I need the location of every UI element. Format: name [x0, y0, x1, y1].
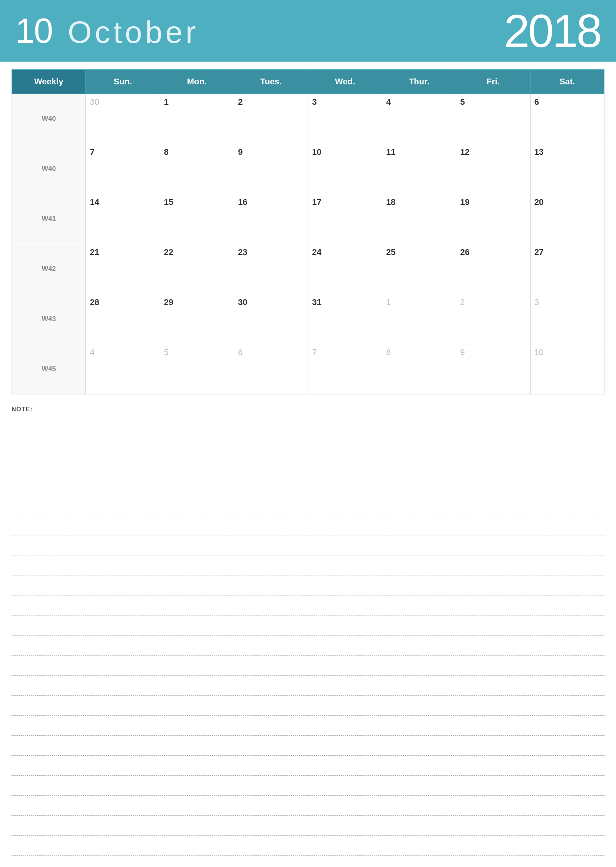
note-section: NOTE:	[0, 398, 616, 860]
calendar-row: W4114151617181920	[12, 194, 604, 244]
note-line[interactable]	[12, 615, 604, 636]
col-mon: Mon.	[160, 70, 234, 94]
day-cell[interactable]: 27	[530, 244, 604, 294]
note-line[interactable]	[12, 736, 604, 756]
note-line[interactable]	[12, 796, 604, 816]
header-left: 10 October	[15, 13, 199, 48]
weekly-label: W40	[12, 94, 86, 144]
day-cell[interactable]: 2	[456, 294, 530, 344]
weekly-label: W43	[12, 294, 86, 344]
day-cell[interactable]: 5	[160, 344, 234, 394]
note-line[interactable]	[12, 836, 604, 856]
day-cell[interactable]: 1	[382, 294, 456, 344]
day-cell[interactable]: 3	[530, 294, 604, 344]
calendar-header: 10 October 2018	[0, 0, 616, 62]
day-cell[interactable]: 10	[530, 344, 604, 394]
note-line[interactable]	[12, 776, 604, 796]
calendar-row: W4328293031123	[12, 294, 604, 344]
day-cell[interactable]: 23	[234, 244, 308, 294]
col-weekly: Weekly	[12, 70, 86, 94]
day-cell[interactable]: 7	[308, 344, 382, 394]
day-cell[interactable]: 11	[382, 144, 456, 194]
day-cell[interactable]: 22	[160, 244, 234, 294]
col-thur: Thur.	[382, 70, 456, 94]
calendar-row: W4545678910	[12, 344, 604, 394]
day-cell[interactable]: 28	[86, 294, 160, 344]
day-cell[interactable]: 2	[234, 94, 308, 144]
day-cell[interactable]: 8	[160, 144, 234, 194]
note-line[interactable]	[12, 636, 604, 656]
col-fri: Fri.	[456, 70, 530, 94]
col-sun: Sun.	[86, 70, 160, 94]
day-cell[interactable]: 9	[456, 344, 530, 394]
calendar-container: Weekly Sun. Mon. Tues. Wed. Thur. Fri. S…	[0, 62, 616, 398]
note-line[interactable]	[12, 816, 604, 836]
calendar-row: W4030123456	[12, 94, 604, 144]
note-line[interactable]	[12, 455, 604, 475]
note-line[interactable]	[12, 595, 604, 615]
day-cell[interactable]: 4	[86, 344, 160, 394]
month-name: October	[68, 17, 199, 48]
day-cell[interactable]: 31	[308, 294, 382, 344]
day-cell[interactable]: 19	[456, 194, 530, 244]
day-cell[interactable]: 20	[530, 194, 604, 244]
note-line[interactable]	[12, 555, 604, 575]
calendar-row: W4221222324252627	[12, 244, 604, 294]
day-cell[interactable]: 3	[308, 94, 382, 144]
note-line[interactable]	[12, 696, 604, 716]
weekly-label: W42	[12, 244, 86, 294]
day-cell[interactable]: 29	[160, 294, 234, 344]
day-cell[interactable]: 30	[86, 94, 160, 144]
note-label: NOTE:	[12, 406, 604, 413]
day-cell[interactable]: 24	[308, 244, 382, 294]
month-number: 10	[15, 13, 52, 48]
weekly-label: W40	[12, 144, 86, 194]
day-cell[interactable]: 6	[234, 344, 308, 394]
day-cell[interactable]: 8	[382, 344, 456, 394]
day-cell[interactable]: 1	[160, 94, 234, 144]
day-cell[interactable]: 10	[308, 144, 382, 194]
note-line[interactable]	[12, 656, 604, 676]
note-line[interactable]	[12, 535, 604, 555]
day-cell[interactable]: 5	[456, 94, 530, 144]
note-line[interactable]	[12, 495, 604, 515]
year: 2018	[504, 8, 601, 54]
col-sat: Sat.	[530, 70, 604, 94]
note-line[interactable]	[12, 575, 604, 595]
weekly-label: W45	[12, 344, 86, 394]
calendar-row: W4078910111213	[12, 144, 604, 194]
day-cell[interactable]: 26	[456, 244, 530, 294]
note-line[interactable]	[12, 475, 604, 495]
day-cell[interactable]: 16	[234, 194, 308, 244]
day-cell[interactable]: 4	[382, 94, 456, 144]
calendar-body: W4030123456W4078910111213W41141516171819…	[12, 94, 604, 394]
day-cell[interactable]: 18	[382, 194, 456, 244]
calendar-header-row: Weekly Sun. Mon. Tues. Wed. Thur. Fri. S…	[12, 70, 604, 94]
weekly-label: W41	[12, 194, 86, 244]
day-cell[interactable]: 9	[234, 144, 308, 194]
note-lines	[12, 415, 604, 856]
day-cell[interactable]: 25	[382, 244, 456, 294]
note-line[interactable]	[12, 415, 604, 435]
calendar-table: Weekly Sun. Mon. Tues. Wed. Thur. Fri. S…	[12, 69, 604, 394]
day-cell[interactable]: 30	[234, 294, 308, 344]
col-wed: Wed.	[308, 70, 382, 94]
day-cell[interactable]: 21	[86, 244, 160, 294]
day-cell[interactable]: 13	[530, 144, 604, 194]
note-line[interactable]	[12, 716, 604, 736]
note-line[interactable]	[12, 435, 604, 455]
day-cell[interactable]: 17	[308, 194, 382, 244]
note-line[interactable]	[12, 756, 604, 776]
day-cell[interactable]: 15	[160, 194, 234, 244]
day-cell[interactable]: 6	[530, 94, 604, 144]
col-tues: Tues.	[234, 70, 308, 94]
note-line[interactable]	[12, 515, 604, 535]
day-cell[interactable]: 12	[456, 144, 530, 194]
note-line[interactable]	[12, 676, 604, 696]
day-cell[interactable]: 7	[86, 144, 160, 194]
day-cell[interactable]: 14	[86, 194, 160, 244]
